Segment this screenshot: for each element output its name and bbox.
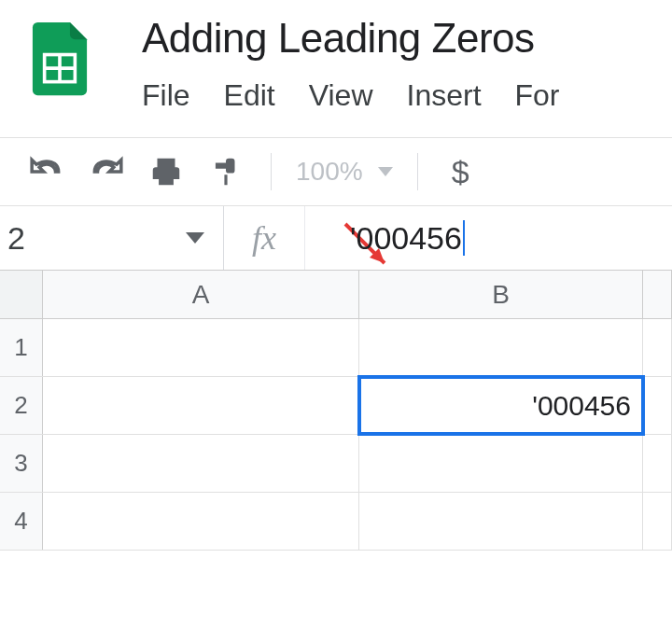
formula-bar: 2 fx '000456 xyxy=(0,205,672,271)
formula-input[interactable]: '000456 xyxy=(305,206,672,270)
cell-B1[interactable] xyxy=(359,319,643,376)
menu-bar: File Edit View Insert For xyxy=(142,78,653,113)
name-box-value: 2 xyxy=(7,220,25,257)
undo-icon[interactable] xyxy=(26,151,67,192)
currency-format-button[interactable]: $ xyxy=(452,154,469,190)
fx-label: fx xyxy=(224,206,305,270)
cell-B4[interactable] xyxy=(359,493,643,550)
cell-C1[interactable] xyxy=(643,319,672,376)
print-icon[interactable] xyxy=(146,151,187,192)
toolbar-divider xyxy=(271,153,272,190)
cell-B2[interactable]: '000456 xyxy=(359,377,643,434)
column-header-A[interactable]: A xyxy=(43,271,359,318)
zoom-dropdown[interactable]: 100% xyxy=(296,157,393,187)
row-header-1[interactable]: 1 xyxy=(0,319,43,376)
chevron-down-icon xyxy=(186,232,204,244)
cell-C3[interactable] xyxy=(643,435,672,492)
cell-A3[interactable] xyxy=(43,435,359,492)
column-header-C[interactable] xyxy=(643,271,672,318)
menu-format[interactable]: For xyxy=(515,78,560,113)
cell-A1[interactable] xyxy=(43,319,359,376)
row-header-4[interactable]: 4 xyxy=(0,493,43,550)
toolbar: 100% $ xyxy=(0,138,672,205)
paint-format-icon[interactable] xyxy=(205,151,246,192)
name-box[interactable]: 2 xyxy=(0,206,224,270)
row-header-3[interactable]: 3 xyxy=(0,435,43,492)
spreadsheet-grid: A B 1 2 '000456 3 4 xyxy=(0,271,672,551)
cell-B3[interactable] xyxy=(359,435,643,492)
cell-C4[interactable] xyxy=(643,493,672,550)
select-all-corner[interactable] xyxy=(0,271,43,318)
column-header-B[interactable]: B xyxy=(359,271,643,318)
chevron-down-icon xyxy=(378,167,393,176)
menu-view[interactable]: View xyxy=(309,78,373,113)
row-header-2[interactable]: 2 xyxy=(0,377,43,434)
menu-file[interactable]: File xyxy=(142,78,190,113)
cell-A4[interactable] xyxy=(43,493,359,550)
menu-insert[interactable]: Insert xyxy=(406,78,481,113)
toolbar-divider xyxy=(417,153,418,190)
cell-A2[interactable] xyxy=(43,377,359,434)
zoom-value: 100% xyxy=(296,157,363,187)
document-title[interactable]: Adding Leading Zeros xyxy=(142,15,653,62)
menu-edit[interactable]: Edit xyxy=(224,78,275,113)
cell-C2[interactable] xyxy=(643,377,672,434)
formula-text: '000456 xyxy=(350,220,462,257)
redo-icon[interactable] xyxy=(86,151,127,192)
text-cursor xyxy=(463,220,465,256)
sheets-logo[interactable] xyxy=(22,22,97,97)
